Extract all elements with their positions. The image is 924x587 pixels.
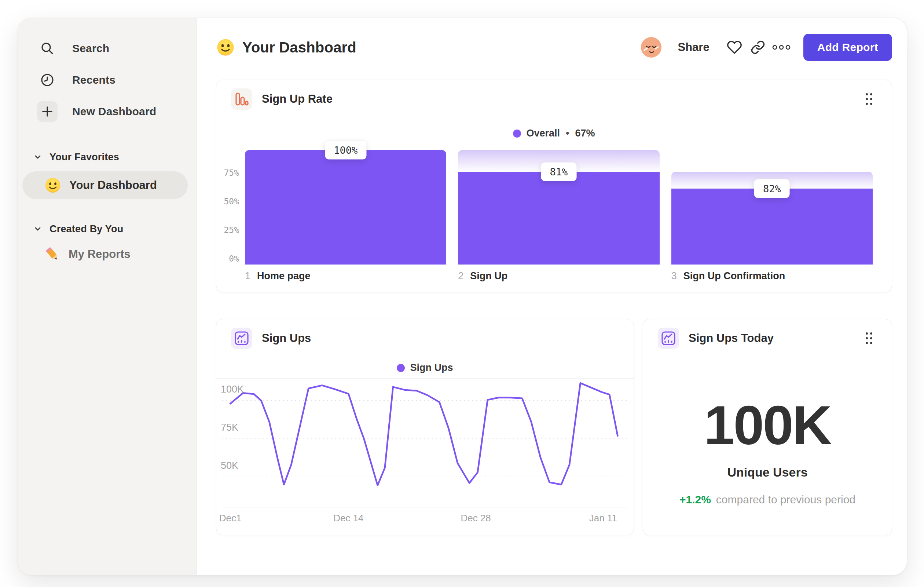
- line-chart-icon: [231, 327, 252, 349]
- funnel-bar[interactable]: [672, 189, 873, 265]
- stat-delta-row: +1.2% compared to previous period: [643, 493, 892, 506]
- y-tick-label: 25%: [224, 225, 239, 235]
- card-title: Sign Ups: [262, 332, 619, 345]
- add-report-button[interactable]: Add Report: [804, 34, 892, 61]
- pencil-icon: [45, 246, 61, 262]
- sign-ups-today-card: Sign Ups Today 100K Unique Users +1.2% c…: [643, 319, 892, 535]
- step-index: 2: [458, 270, 464, 282]
- sidebar-section-created-by-you: Created By You My Reports: [18, 220, 196, 268]
- funnel-step-label: 2Sign Up: [458, 270, 659, 282]
- funnel-y-axis: 75%50%25%0%: [216, 150, 245, 265]
- sidebar-section-favorites: Your Favorites Your Dashboard: [18, 148, 196, 199]
- legend-series-label: Overall: [526, 128, 560, 139]
- page-title: Your Dashboard: [243, 39, 356, 56]
- sign-up-rate-card-header: Sign Up Rate: [216, 80, 892, 118]
- line-chart-svg: [222, 379, 629, 507]
- legend-dot: [397, 364, 405, 372]
- sidebar-item-new-dashboard[interactable]: New Dashboard: [18, 96, 196, 127]
- main-content: Your Dashboard Share: [197, 18, 907, 575]
- ellipsis-icon: [772, 45, 791, 50]
- funnel-bars: 100%1Home page81%2Sign Up82%3Sign Up Con…: [245, 150, 873, 282]
- sign-up-rate-card: Sign Up Rate Overall • 67% 75%50%25%0% 1…: [216, 79, 892, 293]
- section-label: Created By You: [50, 223, 123, 235]
- funnel-bar[interactable]: [245, 150, 446, 265]
- x-tick-label: Dec 14: [333, 513, 363, 524]
- stat-label: Unique Users: [643, 465, 892, 480]
- section-label: Your Favorites: [50, 152, 119, 163]
- line-legend: Sign Ups: [216, 357, 634, 379]
- funnel-bar[interactable]: [458, 172, 659, 265]
- sidebar-item-your-dashboard[interactable]: Your Dashboard: [22, 171, 188, 199]
- sidebar: Search Recents New Dashboard: [18, 18, 197, 575]
- bar-chart-icon: [231, 88, 252, 110]
- step-name: Home page: [257, 270, 310, 282]
- chevron-down-icon: [34, 227, 41, 231]
- sign-ups-card: Sign Ups Sign Ups 100K75K50K Dec1Dec 14D…: [216, 319, 634, 535]
- legend-dot: [513, 129, 521, 137]
- y-tick-label: 75K: [221, 422, 238, 435]
- y-tick-label: 50%: [224, 196, 239, 207]
- smiley-emoji-icon: [45, 177, 61, 194]
- y-tick-label: 0%: [229, 253, 239, 264]
- funnel-chart: 75%50%25%0% 100%1Home page81%2Sign Up82%…: [216, 150, 892, 282]
- sign-ups-today-card-header: Sign Ups Today: [643, 319, 892, 357]
- step-name: Sign Up Confirmation: [683, 270, 785, 282]
- conversion-tooltip: 82%: [754, 179, 790, 198]
- share-button[interactable]: Share: [678, 41, 710, 54]
- step-index: 1: [245, 270, 251, 282]
- created-by-you-section-header[interactable]: Created By You: [18, 220, 196, 238]
- funnel-step-3: 82%3Sign Up Confirmation: [672, 150, 873, 282]
- x-tick-label: Dec 28: [460, 513, 491, 524]
- heart-icon: [727, 40, 742, 55]
- card-title: Sign Up Rate: [262, 93, 851, 106]
- header-actions: Share: [640, 34, 893, 61]
- y-tick-label: 75%: [224, 168, 239, 178]
- step-index: 3: [672, 270, 677, 282]
- funnel-step-label: 1Home page: [245, 270, 446, 282]
- favorites-section-header[interactable]: Your Favorites: [18, 148, 196, 166]
- search-icon: [37, 38, 58, 59]
- legend-value: 67%: [575, 128, 595, 139]
- drag-handle-icon[interactable]: [861, 91, 877, 107]
- sidebar-item-label: Search: [72, 42, 109, 55]
- dashboard-header: Your Dashboard Share: [216, 33, 892, 61]
- sidebar-item-recents[interactable]: Recents: [18, 64, 196, 96]
- conversion-tooltip: 81%: [541, 162, 577, 181]
- stat-delta-note: compared to previous period: [716, 493, 855, 506]
- legend-series-label: Sign Ups: [410, 362, 453, 374]
- sidebar-item-label: My Reports: [69, 248, 130, 261]
- signups-line-series[interactable]: [230, 383, 618, 485]
- chevron-down-icon: [34, 154, 41, 160]
- sidebar-item-search[interactable]: Search: [18, 33, 196, 64]
- funnel-step-label: 3Sign Up Confirmation: [672, 270, 873, 282]
- conversion-tooltip: 100%: [325, 141, 366, 160]
- y-tick-label: 100K: [221, 384, 244, 397]
- more-options-button[interactable]: [770, 36, 793, 59]
- legend-separator: •: [566, 128, 569, 139]
- x-tick-label: Jan 11: [589, 513, 617, 524]
- line-chart-icon: [658, 327, 679, 349]
- funnel-step-1: 100%1Home page: [245, 150, 446, 282]
- funnel-step-2: 81%2Sign Up: [458, 150, 659, 282]
- link-icon: [751, 40, 765, 55]
- sidebar-item-label: New Dashboard: [72, 105, 156, 118]
- stat-delta: +1.2%: [680, 493, 711, 506]
- step-name: Sign Up: [470, 270, 507, 282]
- card-title: Sign Ups Today: [689, 332, 851, 345]
- sidebar-item-label: Your Dashboard: [69, 179, 157, 192]
- line-chart-plot: 100K75K50K: [222, 379, 628, 508]
- drag-handle-icon[interactable]: [861, 330, 877, 346]
- sidebar-item-my-reports[interactable]: My Reports: [22, 240, 188, 268]
- smiley-emoji-icon: [216, 38, 235, 57]
- sign-ups-card-header: Sign Ups: [216, 319, 634, 357]
- sidebar-item-label: Recents: [72, 74, 116, 86]
- avatar[interactable]: [640, 37, 662, 58]
- line-chart-x-axis: Dec1Dec 14Dec 28Jan 11: [222, 510, 628, 527]
- funnel-legend: Overall • 67%: [216, 128, 892, 139]
- stat-value: 100K: [643, 398, 892, 453]
- plus-icon: [37, 101, 58, 122]
- y-tick-label: 50K: [221, 460, 238, 473]
- bottom-row: Sign Ups Sign Ups 100K75K50K Dec1Dec 14D…: [216, 319, 892, 535]
- favorite-heart-button[interactable]: [723, 36, 746, 59]
- copy-link-button[interactable]: [746, 36, 770, 59]
